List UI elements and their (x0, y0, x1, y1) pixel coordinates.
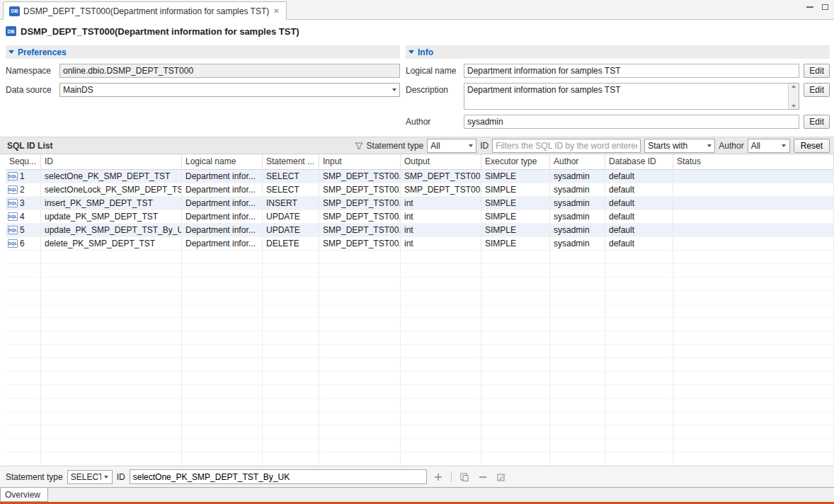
table-row[interactable]: SQL2 selectOneLock_PK_SMP_DEPT_TST Depar… (6, 183, 834, 197)
cell-logical-name: Department infor... (182, 183, 263, 197)
add-sql-button[interactable] (431, 470, 445, 484)
chevron-down-icon (101, 476, 112, 479)
bottom-id-input[interactable] (130, 469, 427, 484)
cell-executor-type: SIMPLE (481, 237, 550, 251)
description-scrollbar[interactable] (788, 84, 799, 109)
cell-statement: UPDATE (263, 224, 319, 237)
filter-author-select[interactable]: All (748, 139, 790, 153)
sql-id-list-bar: SQL ID List Statement type All ID Starts… (0, 137, 834, 154)
table-row[interactable]: SQL5 update_PK_SMP_DEPT_TST_By_UK Depart… (6, 224, 834, 237)
page-title: DSMP_DEPT_TST000(Department information … (21, 26, 299, 37)
cell-input: SMP_DEPT_TST00... (319, 224, 401, 237)
minimize-icon[interactable] (806, 6, 813, 8)
cell-status (673, 170, 834, 183)
logical-name-edit-button[interactable]: Edit (804, 64, 830, 78)
remove-sql-button[interactable] (476, 470, 490, 484)
author-edit-button[interactable]: Edit (804, 115, 830, 129)
cell-logical-name: Department infor... (182, 224, 263, 237)
cell-input: SMP_DEPT_TST00... (319, 210, 401, 224)
column-header-id[interactable]: ID (41, 154, 182, 170)
sql-id-list-title: SQL ID List (7, 141, 52, 151)
maximize-icon[interactable] (822, 4, 828, 10)
bottom-statement-type-select[interactable]: SELECT (67, 470, 113, 484)
cell-id: selectOne_PK_SMP_DEPT_TST (41, 170, 182, 183)
datasource-selected-value: MainDS (60, 85, 389, 95)
sql-icon: SQL (8, 185, 18, 194)
description-label: Description (406, 83, 464, 95)
filter-statement-type-label: Statement type (367, 141, 424, 151)
collapse-arrow-icon (409, 50, 414, 54)
cell-status (673, 197, 834, 210)
cell-author: sysadmin (550, 237, 605, 251)
table-row[interactable]: SQL1 selectOne_PK_SMP_DEPT_TST Departmen… (6, 170, 834, 183)
preferences-section-title: Preferences (18, 47, 67, 57)
info-section-title: Info (418, 47, 433, 57)
cell-executor-type: SIMPLE (481, 170, 550, 183)
copy-sql-button[interactable] (457, 470, 472, 484)
cell-logical-name: Department infor... (182, 170, 263, 183)
column-header-author[interactable]: Author (550, 154, 605, 170)
namespace-field[interactable] (59, 64, 400, 78)
cell-status (673, 237, 834, 251)
cell-id: delete_PK_SMP_DEPT_TST (41, 237, 182, 251)
column-header-database-id[interactable]: Database ID (605, 154, 673, 170)
logical-name-field[interactable] (464, 64, 799, 78)
cell-executor-type: SIMPLE (481, 210, 550, 224)
bottom-toolbar: Statement type SELECT ID (0, 466, 834, 487)
description-row: Description Department information for s… (406, 83, 830, 110)
db-icon: DB (6, 26, 16, 36)
filter-id-label: ID (480, 141, 489, 151)
cell-database-id: default (605, 197, 673, 210)
filter-match-mode-select[interactable]: Starts with (644, 139, 715, 153)
datasource-select[interactable]: MainDS (59, 83, 400, 97)
cell-input: SMP_DEPT_TST00... (319, 197, 401, 210)
cell-author: sysadmin (550, 197, 605, 210)
column-header-executor-type[interactable]: Executor type (481, 154, 550, 170)
cell-database-id: default (605, 183, 673, 197)
filter-statement-type-select[interactable]: All (427, 139, 476, 153)
description-field[interactable]: Department information for samples TST (464, 84, 788, 109)
tab-overview[interactable]: Overview (0, 488, 48, 502)
table-row[interactable]: SQL6 delete_PK_SMP_DEPT_TST Department i… (6, 237, 834, 251)
sections: Preferences Namespace Data source MainDS… (0, 42, 834, 137)
datasource-row: Data source MainDS (6, 83, 400, 97)
preferences-section-header[interactable]: Preferences (6, 45, 400, 59)
chevron-down-icon (389, 88, 399, 91)
filter-id-input[interactable] (492, 139, 641, 153)
scroll-up-icon[interactable] (792, 85, 796, 88)
cell-author: sysadmin (550, 210, 605, 224)
editor-tabbar: DB DSMP_DEPT_TST000(Department informati… (0, 0, 834, 20)
column-header-logical-name[interactable]: Logical name (182, 154, 263, 170)
table-row[interactable]: SQL3 insert_PK_SMP_DEPT_TST Department i… (6, 197, 834, 210)
tab-close-icon[interactable]: ✕ (273, 7, 280, 15)
cell-logical-name: Department infor... (182, 237, 263, 251)
sql-icon: SQL (8, 172, 18, 181)
cell-output: int (401, 210, 481, 224)
cell-statement: UPDATE (263, 210, 319, 224)
cell-database-id: default (605, 170, 673, 183)
info-section-header[interactable]: Info (406, 45, 830, 59)
scroll-down-icon[interactable] (792, 105, 796, 108)
collapse-arrow-icon (8, 50, 14, 54)
column-header-sequence[interactable]: Sequ... (6, 154, 41, 170)
description-edit-button[interactable]: Edit (804, 83, 830, 97)
cell-input: SMP_DEPT_TST00... (319, 170, 401, 183)
table-row[interactable]: SQL4 update_PK_SMP_DEPT_TST Department i… (6, 210, 834, 224)
column-header-output[interactable]: Output (401, 154, 481, 170)
column-header-status[interactable]: Status (673, 154, 834, 170)
editor-window: DB DSMP_DEPT_TST000(Department informati… (0, 0, 834, 504)
chevron-down-icon (779, 144, 789, 147)
author-field[interactable] (464, 115, 799, 129)
reset-button[interactable]: Reset (794, 139, 830, 153)
cell-executor-type: SIMPLE (481, 197, 550, 210)
column-header-input[interactable]: Input (319, 154, 401, 170)
chevron-down-icon (465, 144, 476, 147)
toolbar-separator (451, 471, 452, 483)
cell-status (673, 183, 834, 197)
editor-tab[interactable]: DB DSMP_DEPT_TST000(Department informati… (3, 1, 287, 20)
table-empty-area (6, 251, 834, 466)
cell-database-id: default (605, 210, 673, 224)
author-label: Author (406, 115, 464, 127)
column-header-statement[interactable]: Statement ... (263, 154, 319, 170)
edit-sql-button[interactable] (494, 470, 508, 484)
